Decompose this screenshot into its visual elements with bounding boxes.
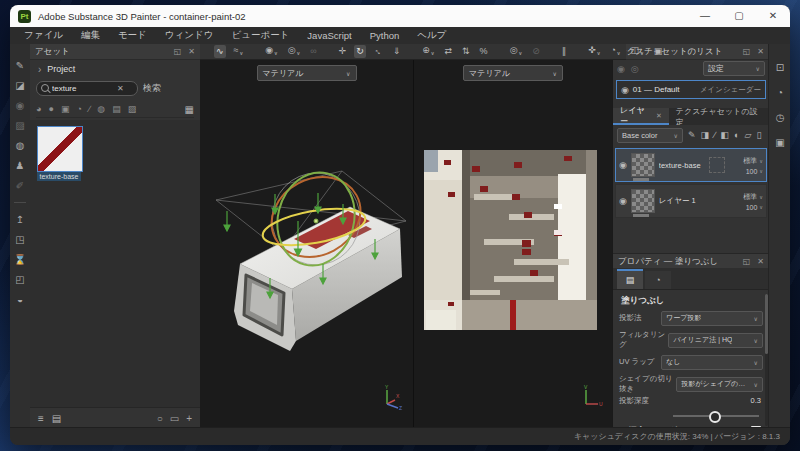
assets-panel-header[interactable]: アセット ◱ ✕: [30, 44, 200, 60]
snap-icon[interactable]: ◎∨: [508, 44, 525, 60]
texture-filter-icon[interactable]: ▤: [112, 104, 121, 114]
add-folder-icon[interactable]: ▱: [745, 130, 752, 140]
material-picker-tool-icon[interactable]: ✐: [16, 180, 24, 191]
float-panel-icon[interactable]: ◱: [743, 47, 751, 56]
link-icon[interactable]: ∞: [308, 45, 318, 58]
fill-mode-2-icon[interactable]: ◎∨: [286, 44, 303, 60]
close-panel-icon[interactable]: ✕: [757, 47, 764, 56]
mirror-x-icon[interactable]: ⇄: [443, 45, 455, 58]
trash-icon[interactable]: ▯: [756, 130, 761, 140]
visibility-eye-icon[interactable]: ◉: [621, 85, 629, 95]
project-icon[interactable]: ⇓: [391, 45, 403, 58]
material-sphere-icon[interactable]: ◔∨: [608, 44, 622, 60]
resources-icon[interactable]: ◰: [15, 274, 24, 285]
maximize-button[interactable]: ▢: [722, 5, 756, 27]
opacity-dropdown[interactable]: 100∨: [746, 168, 763, 175]
mirror-y-icon[interactable]: ⇅: [460, 45, 472, 58]
projection-depth-slider[interactable]: [673, 415, 759, 417]
fill-mode-icon[interactable]: ◉∨: [263, 44, 280, 60]
zoom-in-icon[interactable]: +: [186, 413, 192, 424]
visibility-eye-off-icon[interactable]: ◎: [631, 64, 639, 74]
geometry-mask-icon[interactable]: ◳: [15, 234, 24, 245]
tab-texture-set-settings[interactable]: テクスチャセットの設定: [669, 108, 769, 125]
layer-thumbnail[interactable]: [631, 189, 655, 213]
menu-viewport[interactable]: ビューポート: [231, 29, 289, 42]
menu-window[interactable]: ウィンドウ: [165, 29, 214, 42]
viewport-2d[interactable]: マテリアル ∨ V U: [414, 59, 612, 428]
blend-mode-dropdown[interactable]: 標準∨: [743, 156, 763, 166]
camera-video-icon[interactable]: ◫∨: [629, 44, 646, 60]
history-icon[interactable]: ◷: [776, 112, 785, 123]
environment-filter-icon[interactable]: ▨: [128, 104, 137, 114]
physics-icon[interactable]: ✜∨: [586, 44, 602, 60]
particle-filter-icon[interactable]: ∕: [89, 104, 91, 114]
pause-engine-icon[interactable]: ∥: [560, 45, 569, 58]
alpha-filter-icon[interactable]: ◍: [97, 104, 105, 114]
paint-tool-icon[interactable]: ✎: [16, 60, 24, 71]
tab-properties-list-icon[interactable]: ▤: [617, 269, 643, 289]
channel-dropdown[interactable]: Base color ∨: [617, 128, 683, 143]
move-icon[interactable]: ✛: [337, 45, 349, 58]
zoom-handle-icon[interactable]: ▭: [170, 413, 179, 424]
visibility-eye-icon[interactable]: ◉: [619, 160, 627, 170]
rotate-icon[interactable]: ↻: [354, 45, 366, 58]
grid-view-icon[interactable]: ▦: [185, 104, 194, 115]
gizmo-icon[interactable]: ⊕∨: [420, 44, 436, 60]
smudge-tool-icon[interactable]: ◍: [16, 140, 25, 151]
shading-mode-dropdown-3d[interactable]: マテリアル ∨: [257, 65, 357, 81]
menu-javascript[interactable]: JavaScript: [307, 30, 351, 41]
menu-mode[interactable]: モード: [118, 29, 147, 42]
visibility-eye-icon[interactable]: ◉: [617, 64, 625, 74]
symmetry-slash-icon[interactable]: %: [478, 45, 490, 58]
close-tab-icon[interactable]: ✕: [656, 112, 662, 120]
stroke-path-icon[interactable]: ∿: [214, 45, 226, 58]
layer-mask-slot[interactable]: [709, 157, 725, 173]
close-panel-icon[interactable]: ✕: [757, 257, 764, 266]
clear-search-icon[interactable]: ✕: [117, 84, 124, 93]
zoom-out-icon[interactable]: ○: [157, 413, 163, 424]
shading-mode-dropdown-2d[interactable]: マテリアル ∨: [463, 65, 563, 81]
display-settings-icon[interactable]: ⊡: [776, 62, 784, 73]
layer-row-texture-base[interactable]: ◉ texture-base 標準∨ 100∨: [615, 148, 767, 182]
float-panel-icon[interactable]: ◱: [174, 47, 182, 56]
smart-material-filter-icon[interactable]: ●: [48, 104, 53, 114]
menu-help[interactable]: ヘルプ: [417, 29, 446, 42]
tab-layers[interactable]: レイヤー ✕: [613, 108, 669, 125]
projection-tool-icon[interactable]: ◉: [16, 100, 25, 111]
smart-mask-filter-icon[interactable]: ▣: [61, 104, 70, 114]
float-panel-icon[interactable]: ◱: [743, 257, 751, 266]
projection-mode-dropdown[interactable]: ワープ投影∨: [661, 311, 763, 326]
add-fill-icon[interactable]: ◧: [721, 130, 730, 140]
shelf-icon[interactable]: ◒: [17, 294, 23, 305]
visibility-eye-icon[interactable]: ◉: [619, 196, 627, 206]
material-filter-icon[interactable]: ◕: [36, 104, 41, 114]
magnet-off-icon[interactable]: ⊘: [530, 45, 542, 58]
menu-python[interactable]: Python: [370, 30, 400, 41]
viewport-3d[interactable]: マテリアル ∨ Y X Z: [200, 59, 413, 428]
layer-row-layer1[interactable]: ◉ レイヤー 1 標準∨ 100∨: [615, 184, 767, 218]
asset-list-icon[interactable]: ≡: [38, 413, 44, 424]
clone-tool-icon[interactable]: ♟: [16, 160, 25, 171]
asset-search-box[interactable]: ✕: [36, 81, 138, 96]
menu-file[interactable]: ファイル: [24, 29, 63, 42]
texture-set-settings-dropdown[interactable]: 設定 ∨: [703, 61, 765, 76]
blend-mode-dropdown[interactable]: 標準∨: [743, 192, 763, 202]
add-smart-material-icon[interactable]: ◐: [734, 130, 739, 140]
add-stamp-icon[interactable]: ◨: [701, 130, 710, 140]
shader-settings-icon[interactable]: ◔: [777, 87, 783, 98]
search-input[interactable]: [52, 84, 114, 93]
layer-thumbnail[interactable]: [631, 153, 655, 177]
menu-edit[interactable]: 編集: [81, 29, 100, 42]
title-bar[interactable]: Pt Adobe Substance 3D Painter - containe…: [10, 5, 790, 27]
stroke-lazy-icon[interactable]: ≈∨: [232, 44, 246, 60]
texture-set-settings-icon[interactable]: ▣: [775, 137, 784, 148]
brush-filter-icon[interactable]: ◔: [76, 104, 81, 114]
shape-crop-dropdown[interactable]: 投影がシェイプの外側に拡張∨: [676, 377, 763, 392]
camera-photo-icon[interactable]: ▣: [652, 45, 665, 58]
project-section-row[interactable]: › Project: [30, 61, 200, 77]
close-panel-icon[interactable]: ✕: [188, 47, 195, 56]
asset-thumbnail[interactable]: [37, 126, 83, 172]
asset-details-icon[interactable]: ▤: [52, 413, 61, 424]
export-icon[interactable]: ↥: [16, 214, 24, 225]
close-button[interactable]: ✕: [756, 5, 790, 27]
